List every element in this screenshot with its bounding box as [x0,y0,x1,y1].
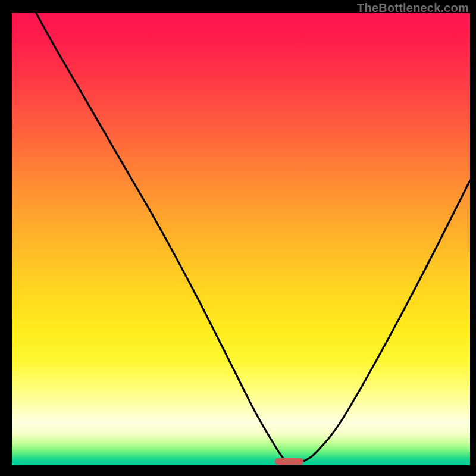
chart-plot-area [12,13,470,465]
chart-frame [6,13,470,471]
optimal-range-marker [275,458,303,465]
bottleneck-curve [12,13,470,465]
